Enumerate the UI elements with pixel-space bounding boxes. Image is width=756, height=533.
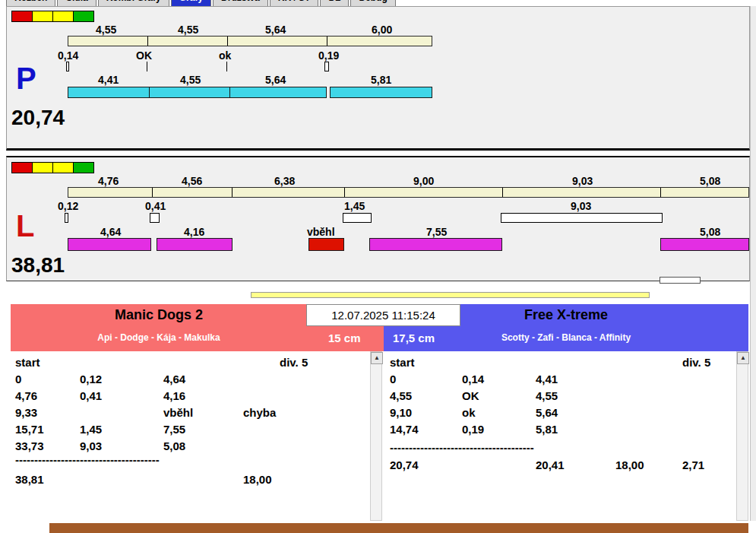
left-start-label: start (15, 356, 40, 369)
tab-druzstva[interactable]: Družstva (213, 0, 268, 6)
result-cell: ok (462, 406, 476, 419)
result-cell: vběhl (163, 406, 193, 419)
right-total-secondary: 18,00 (615, 458, 644, 471)
right-div-label: div. 5 (682, 356, 710, 369)
right-team-dogs: Scotty - Zafi - Blanca - Affinity (384, 332, 748, 343)
result-cell: chyba (243, 406, 276, 419)
left-team-dogs: Api - Dodge - Kája - Makulka (11, 332, 307, 343)
tab-dl[interactable]: DL (320, 0, 349, 6)
result-cell: 4,76 (15, 389, 37, 402)
split-time-label: 4,55 (178, 24, 198, 36)
light-yellow-1 (32, 162, 53, 173)
flyball-timing-app: Rozběh Čidla Kombi Gráfy Gráfy Družstva … (0, 0, 756, 533)
lane-letter: L (16, 211, 34, 241)
change-mark (226, 62, 227, 71)
change-time-label: 0,19 (318, 49, 339, 62)
split-tick (227, 36, 228, 46)
lap-bar-segment (157, 238, 232, 251)
lap-bar-segment (229, 87, 327, 98)
split-time-label: 4,76 (98, 175, 119, 187)
change-mark (324, 62, 329, 71)
split-tick (327, 36, 327, 46)
scroll-up-button[interactable]: ▲ (737, 352, 749, 364)
result-cell: 0 (15, 373, 21, 385)
tab-kr-st[interactable]: KR / ST (270, 0, 319, 6)
left-jump-height: 15 cm (328, 332, 361, 344)
result-cell: 4,55 (536, 389, 558, 402)
result-cell: 0,12 (80, 373, 102, 385)
light-green (73, 11, 94, 22)
lap-time-label: 4,41 (98, 74, 119, 86)
progress-bar (251, 292, 650, 298)
right-results-table (384, 351, 736, 521)
lap-time-label: 5,08 (700, 226, 720, 238)
change-mark (150, 213, 160, 223)
right-team-name: Free X-treme (384, 307, 748, 323)
split-tick (232, 188, 232, 197)
light-yellow-1 (32, 11, 53, 22)
result-cell: 9,10 (390, 406, 412, 419)
change-time-label: OK (136, 49, 152, 62)
result-cell: 9,33 (15, 406, 37, 419)
right-table-scrollbar[interactable]: ▲ (736, 351, 748, 521)
change-time-label: 0,12 (58, 200, 78, 212)
scroll-up-button[interactable]: ▲ (371, 352, 383, 364)
result-cell: 5,08 (163, 439, 185, 452)
lap-bar-segment (68, 87, 150, 98)
lane-p-status-lights (11, 11, 93, 22)
result-cell: 14,74 (390, 423, 419, 436)
change-time-label: 0,14 (58, 49, 78, 62)
split-time-label: 5,64 (265, 24, 286, 36)
split-time-label: 6,00 (372, 24, 392, 36)
change-time-label: 1,45 (344, 200, 365, 212)
light-red (11, 11, 33, 22)
lap-bar-segment (660, 238, 749, 251)
tab-bar: Rozběh Čidla Kombi Gráfy Gráfy Družstva … (6, 0, 396, 6)
lane-l-panel: 4,76 4,56 6,38 9,00 9,03 5,08 0,12 0,41 … (6, 156, 750, 281)
tab-grafy[interactable]: Gráfy (171, 0, 211, 6)
split-time-label: 5,08 (700, 175, 720, 187)
change-mark (147, 62, 147, 71)
lane-total-time: 38,81 (11, 255, 65, 276)
split-time-label: 4,55 (96, 24, 116, 36)
tab-cidla[interactable]: Čidla (57, 0, 96, 6)
tab-kombi-grafy[interactable]: Kombi Gráfy (98, 0, 169, 6)
lap-time-label: 5,64 (265, 74, 286, 86)
mini-indicator-box (660, 277, 701, 284)
change-time-label: ok (219, 49, 231, 62)
lane-p-panel: 4,55 4,55 5,64 6,00 0,14 OK ok 0,19 4,41… (6, 6, 750, 151)
result-cell: 5,81 (536, 423, 558, 436)
tab-rozbeh[interactable]: Rozběh (6, 0, 55, 6)
split-time-label: 9,03 (572, 175, 593, 187)
right-total-diff: 2,71 (682, 458, 704, 471)
fault-bar (308, 238, 344, 251)
result-cell: 4,41 (536, 373, 558, 385)
bottom-bar (49, 523, 748, 533)
lap-bar-segment (330, 87, 432, 98)
lap-time-label: 4,55 (180, 74, 201, 86)
lap-time-label: 4,64 (100, 226, 121, 238)
change-mark (65, 213, 68, 223)
result-cell: 15,71 (15, 423, 44, 436)
lap-bar-segment (149, 87, 230, 98)
split-time-label: 6,38 (274, 175, 295, 187)
split-tick (502, 188, 503, 197)
result-cell: 7,55 (163, 423, 185, 436)
result-cell: 4,64 (163, 373, 185, 385)
result-cell: 33,73 (15, 439, 44, 452)
split-tick (147, 36, 148, 46)
lane-total-time: 20,74 (11, 107, 65, 128)
split-time-label: 9,00 (413, 175, 434, 187)
change-mark (343, 213, 372, 223)
lap-time-label: 7,55 (426, 226, 447, 238)
tab-debug[interactable]: Debug (350, 0, 395, 6)
right-start-label: start (390, 356, 415, 369)
left-total-right: 18,00 (243, 473, 272, 486)
left-team-name: Manic Dogs 2 (11, 307, 307, 323)
left-table-scrollbar[interactable]: ▲ (370, 351, 382, 521)
split-tick (152, 188, 153, 197)
window-scrollbar[interactable] (750, 6, 756, 521)
right-total-time: 20,74 (390, 458, 419, 471)
lap-bar-segment (369, 238, 502, 251)
result-cell: 4,16 (163, 389, 185, 402)
